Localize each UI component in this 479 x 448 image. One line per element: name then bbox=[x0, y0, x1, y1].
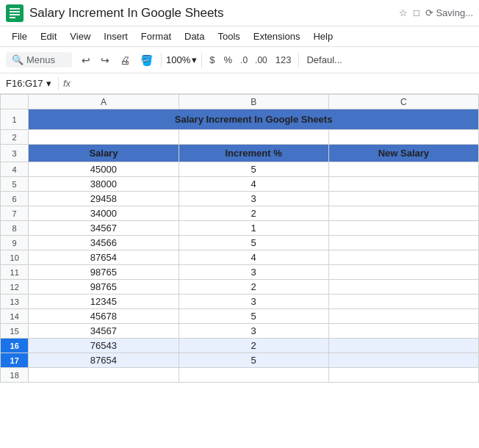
menu-view[interactable]: View bbox=[64, 29, 96, 43]
cell-a7[interactable]: 34000 bbox=[29, 206, 179, 221]
cell-b15[interactable]: 3 bbox=[179, 324, 328, 339]
menu-edit[interactable]: Edit bbox=[35, 29, 62, 43]
row-num-15[interactable]: 15 bbox=[1, 324, 29, 339]
currency-button[interactable]: $ bbox=[206, 53, 217, 67]
row-num-8[interactable]: 8 bbox=[1, 221, 29, 236]
cell-a14[interactable]: 45678 bbox=[29, 309, 179, 324]
cell-a13[interactable]: 12345 bbox=[29, 295, 179, 309]
move-icon[interactable]: □ bbox=[414, 7, 419, 18]
cell-b13[interactable]: 3 bbox=[179, 295, 328, 309]
cell-b8[interactable]: 1 bbox=[179, 221, 328, 236]
menu-file[interactable]: File bbox=[6, 29, 33, 43]
row-num-9[interactable]: 9 bbox=[1, 236, 29, 250]
cell-c2[interactable] bbox=[328, 130, 478, 145]
cell-c12[interactable] bbox=[328, 280, 478, 295]
cell-a10[interactable]: 87654 bbox=[29, 250, 179, 265]
title-cell[interactable]: Salary Increment In Google Sheets bbox=[29, 109, 479, 130]
cell-c6[interactable] bbox=[328, 192, 478, 206]
cell-c8[interactable] bbox=[328, 221, 478, 236]
cell-a4[interactable]: 45000 bbox=[29, 162, 179, 177]
row-num-11[interactable]: 11 bbox=[1, 265, 29, 280]
cell-a16[interactable]: 76543 bbox=[29, 339, 179, 353]
cell-reference[interactable]: F16:G17 ▾ bbox=[6, 78, 54, 89]
cell-b5[interactable]: 4 bbox=[179, 177, 328, 192]
svg-rect-3 bbox=[10, 14, 20, 15]
zoom-control[interactable]: 100% ▾ bbox=[166, 54, 197, 65]
cell-c11[interactable] bbox=[328, 265, 478, 280]
font-selector[interactable]: Defaul... bbox=[303, 53, 345, 67]
cell-a15[interactable]: 34567 bbox=[29, 324, 179, 339]
menu-insert[interactable]: Insert bbox=[98, 29, 134, 43]
cell-b18[interactable] bbox=[179, 368, 328, 383]
cell-b4[interactable]: 5 bbox=[179, 162, 328, 177]
row-num-14[interactable]: 14 bbox=[1, 309, 29, 324]
cell-b14[interactable]: 5 bbox=[179, 309, 328, 324]
cell-b10[interactable]: 4 bbox=[179, 250, 328, 265]
cell-a11[interactable]: 98765 bbox=[29, 265, 179, 280]
header-increment[interactable]: Increment % bbox=[179, 145, 328, 162]
cell-c5[interactable] bbox=[328, 177, 478, 192]
percent-button[interactable]: % bbox=[220, 53, 235, 67]
row-num-18[interactable]: 18 bbox=[1, 368, 29, 383]
dec-decrease-button[interactable]: .0 bbox=[238, 54, 250, 67]
menu-format[interactable]: Format bbox=[135, 29, 177, 43]
row-num-16[interactable]: 16 bbox=[1, 339, 29, 353]
cell-ref-dropdown-icon[interactable]: ▾ bbox=[46, 78, 51, 89]
row-num-4[interactable]: 4 bbox=[1, 162, 29, 177]
row-num-3[interactable]: 3 bbox=[1, 145, 29, 162]
menu-tools[interactable]: Tools bbox=[212, 29, 245, 43]
col-header-b[interactable]: B bbox=[179, 95, 328, 109]
col-header-a[interactable]: A bbox=[29, 95, 179, 109]
cell-c17[interactable] bbox=[328, 353, 478, 368]
cell-b17[interactable]: 5 bbox=[179, 353, 328, 368]
row-num-12[interactable]: 12 bbox=[1, 280, 29, 295]
dec-increase-button[interactable]: .00 bbox=[253, 54, 270, 67]
cell-a18[interactable] bbox=[29, 368, 179, 383]
cell-b16[interactable]: 2 bbox=[179, 339, 328, 353]
cell-c14[interactable] bbox=[328, 309, 478, 324]
cell-b9[interactable]: 5 bbox=[179, 236, 328, 250]
row-num-5[interactable]: 5 bbox=[1, 177, 29, 192]
cell-a6[interactable]: 29458 bbox=[29, 192, 179, 206]
toolbar-search[interactable]: 🔍 Menus bbox=[6, 52, 72, 68]
cell-c7[interactable] bbox=[328, 206, 478, 221]
row-num-1[interactable]: 1 bbox=[1, 109, 29, 130]
cell-b12[interactable]: 2 bbox=[179, 280, 328, 295]
row-num-6[interactable]: 6 bbox=[1, 192, 29, 206]
cell-a2[interactable] bbox=[29, 130, 179, 145]
col-header-c[interactable]: C bbox=[328, 95, 478, 109]
cell-c16[interactable] bbox=[328, 339, 478, 353]
cell-a12[interactable]: 98765 bbox=[29, 280, 179, 295]
cell-c10[interactable] bbox=[328, 250, 478, 265]
cell-b7[interactable]: 2 bbox=[179, 206, 328, 221]
cell-a9[interactable]: 34566 bbox=[29, 236, 179, 250]
row-num-13[interactable]: 13 bbox=[1, 295, 29, 309]
header-salary[interactable]: Salary bbox=[29, 145, 179, 162]
menu-extensions[interactable]: Extensions bbox=[248, 29, 306, 43]
menu-data[interactable]: Data bbox=[179, 29, 210, 43]
cell-c9[interactable] bbox=[328, 236, 478, 250]
number-format-button[interactable]: 123 bbox=[273, 53, 295, 67]
undo-button[interactable]: ↩ bbox=[78, 53, 94, 68]
paint-format-button[interactable]: 🪣 bbox=[137, 53, 156, 68]
cell-b6[interactable]: 3 bbox=[179, 192, 328, 206]
cell-c18[interactable] bbox=[328, 368, 478, 383]
row-num-17[interactable]: 17 bbox=[1, 353, 29, 368]
row-num-7[interactable]: 7 bbox=[1, 206, 29, 221]
cell-c15[interactable] bbox=[328, 324, 478, 339]
menu-help[interactable]: Help bbox=[307, 29, 339, 43]
cell-a17[interactable]: 87654 bbox=[29, 353, 179, 368]
cell-a5[interactable]: 38000 bbox=[29, 177, 179, 192]
cell-a8[interactable]: 34567 bbox=[29, 221, 179, 236]
header-new-salary[interactable]: New Salary bbox=[328, 145, 478, 162]
row-num-2[interactable]: 2 bbox=[1, 130, 29, 145]
redo-button[interactable]: ↪ bbox=[97, 53, 113, 68]
cell-b11[interactable]: 3 bbox=[179, 265, 328, 280]
row-num-10[interactable]: 10 bbox=[1, 250, 29, 265]
cell-b2[interactable] bbox=[179, 130, 328, 145]
print-button[interactable]: 🖨 bbox=[116, 53, 134, 68]
cell-c13[interactable] bbox=[328, 295, 478, 309]
star-icon[interactable]: ☆ bbox=[399, 7, 408, 18]
cell-c4[interactable] bbox=[328, 162, 478, 177]
table-row: 10 87654 4 bbox=[1, 250, 479, 265]
